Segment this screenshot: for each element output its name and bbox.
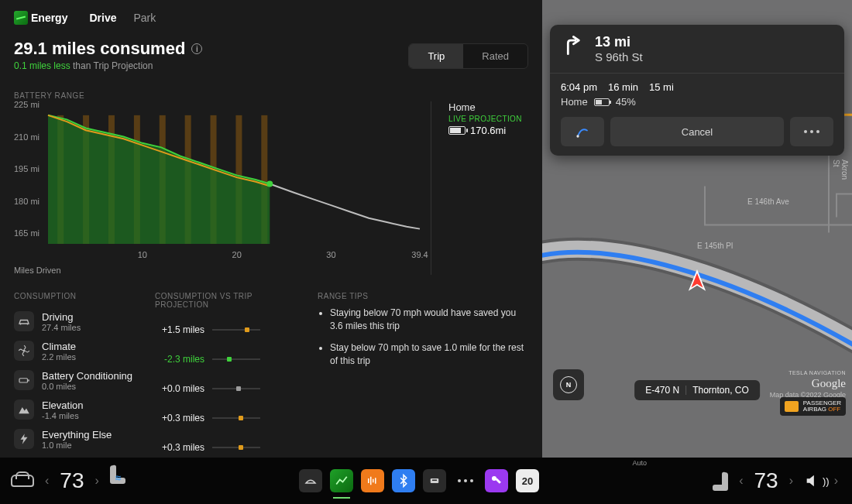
consumption-row: Climate2.2 miles [14, 336, 146, 365]
road-label: E 145th Pl [697, 242, 733, 250]
music-app-button[interactable] [361, 469, 384, 492]
tab-park[interactable]: Park [134, 12, 156, 24]
right-temp-value[interactable]: 73 [754, 468, 778, 493]
battery-icon [594, 98, 610, 106]
compass-button[interactable]: N [553, 369, 584, 400]
svg-point-14 [576, 135, 579, 137]
y-tick: 165 mi [14, 228, 40, 238]
consumption-vs-title: CONSUMPTION VS TRIP PROJECTION [155, 292, 302, 309]
consumption-row: Battery Conditioning0.0 miles [14, 365, 146, 395]
navigation-card: 13 mi S 96th St 6:04 pm 16 min 15 mi Hom… [550, 25, 844, 156]
y-tick: 195 mi [14, 164, 40, 173]
volume-button[interactable]: )) › [804, 471, 841, 491]
turn-right-icon [561, 34, 582, 56]
road-label: E 146th Ave [747, 197, 789, 206]
current-road-chip: E-470 NThornton, CO [634, 380, 760, 400]
x-tick: 39.4 [411, 250, 428, 259]
all-apps-button[interactable] [454, 469, 477, 492]
mountain-icon [14, 399, 34, 420]
energy-icon [14, 11, 28, 25]
left-seat-heater-button[interactable]: ≋ [110, 464, 127, 498]
tab-drive[interactable]: Drive [89, 12, 116, 24]
y-tick: 180 mi [14, 197, 40, 206]
y-tick: 210 mi [14, 132, 40, 142]
road-label: Akron St [832, 159, 849, 183]
battery-icon [14, 370, 34, 390]
nav-waypoint-button[interactable] [561, 117, 604, 146]
nav-eta: 6:04 pm [561, 81, 597, 93]
battery-icon [448, 126, 466, 135]
bolt-icon [14, 429, 34, 449]
car-controls-button[interactable] [11, 475, 34, 487]
battery-range-label: BATTERY RANGE [14, 91, 528, 100]
front-defrost-button[interactable] [299, 469, 322, 492]
range-tips-title: RANGE TIPS [318, 292, 528, 300]
y-tick: 225 mi [14, 100, 40, 109]
dashcam-app-button[interactable] [423, 469, 446, 492]
segment-rated[interactable]: Rated [463, 44, 527, 68]
fan-icon [14, 341, 34, 361]
live-projection-value: 170.6mi [448, 125, 528, 136]
left-temp-value[interactable]: 73 [60, 468, 84, 493]
auto-climate-label: Auto [632, 459, 647, 467]
nav-remaining-dist: 15 mi [649, 81, 674, 93]
energy-app-button[interactable] [330, 469, 353, 492]
consumption-delta-row: +1.5 miles [155, 315, 302, 345]
svg-point-9 [266, 180, 273, 187]
karaoke-app-button[interactable] [485, 469, 508, 492]
airbag-indicator: PASSENGERAIRBAG OFF [780, 397, 846, 416]
nav-more-button[interactable] [790, 117, 833, 146]
consumption-title: CONSUMPTION [14, 292, 146, 300]
consumption-row: Driving27.4 miles [14, 307, 146, 336]
map-attribution: TESLA NAVIGATION Google Map data ©2022 G… [770, 369, 846, 400]
left-temp-down-button[interactable]: ‹ [42, 471, 52, 491]
car-icon [14, 311, 34, 331]
right-seat-heater-button[interactable] [711, 471, 728, 491]
svg-rect-11 [19, 379, 28, 382]
segment-trip[interactable]: Trip [409, 44, 463, 68]
nav-home-soc: 45% [616, 96, 636, 108]
live-projection-label: LIVE PROJECTION [448, 115, 528, 123]
battery-range-chart: 165 mi180 mi195 mi210 mi225 mi [14, 101, 424, 247]
consumption-delta-row: +0.3 miles [155, 403, 302, 433]
left-temp-up-button[interactable]: › [91, 471, 101, 491]
projection-destination: Home [448, 101, 528, 113]
x-tick: 30 [326, 250, 335, 259]
chart-x-label: Miles Driven [14, 266, 424, 275]
svg-rect-18 [496, 478, 501, 483]
svg-rect-16 [432, 480, 437, 482]
range-tip: Staying below 70 mph would have saved yo… [330, 307, 528, 334]
nav-cancel-button[interactable]: Cancel [610, 117, 784, 146]
vehicle-cursor-icon [686, 269, 708, 291]
airbag-icon [785, 401, 799, 412]
nav-remaining-time: 16 min [608, 81, 638, 93]
consumption-delta-row: -2.3 miles [155, 345, 302, 374]
range-tip: Stay below 70 mph to save 1.0 mile for t… [330, 341, 528, 369]
turn-distance: 13 mi [595, 34, 643, 50]
turn-street: S 96th St [595, 50, 643, 63]
consumption-row: Everything Else1.0 mile [14, 424, 146, 454]
svg-point-10 [23, 350, 26, 352]
nav-home-label: Home [561, 96, 588, 108]
trip-rated-segment[interactable]: TripRated [408, 43, 528, 69]
consumption-delta-row: +0.0 miles [155, 374, 302, 403]
calendar-app-button[interactable]: 20 [516, 469, 539, 492]
bluetooth-button[interactable] [392, 469, 415, 492]
right-temp-down-button[interactable]: ‹ [736, 471, 746, 491]
x-tick: 20 [232, 250, 242, 259]
right-temp-up-button[interactable]: › [786, 471, 796, 491]
svg-rect-12 [28, 379, 29, 381]
consumption-row: Elevation-1.4 miles [14, 395, 146, 424]
energy-app-label: Energy [14, 11, 67, 25]
info-icon[interactable]: i [191, 43, 202, 54]
x-tick: 10 [138, 250, 147, 259]
